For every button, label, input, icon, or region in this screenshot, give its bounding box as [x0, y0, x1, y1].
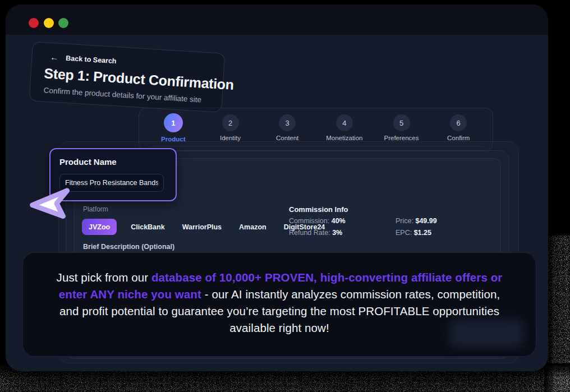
traffic-light-close-icon[interactable]	[29, 18, 39, 28]
callout-line: available right now!	[23, 320, 536, 336]
refund-rate-label: Refund Rate:	[289, 229, 332, 237]
step-circle: 5	[393, 114, 410, 131]
back-to-search-button[interactable]: ← Back to Search	[50, 52, 117, 66]
refund-rate-value: 3%	[332, 229, 342, 237]
platform-option-warriorplus[interactable]: WarriorPlus	[179, 219, 225, 235]
price-value: $49.99	[415, 217, 436, 225]
step-label: Identity	[220, 135, 241, 141]
window-titlebar	[6, 4, 548, 35]
commission-info-heading: Commission Info	[289, 205, 348, 214]
epc-row: EPC: $1.25	[396, 229, 431, 237]
traffic-light-zoom-icon[interactable]	[58, 18, 68, 28]
commission-rate-row: Commission: 40%	[289, 217, 346, 225]
brief-description-label: Brief Description (Optional)	[83, 243, 174, 251]
step-label: Content	[276, 135, 298, 141]
back-to-search-label: Back to Search	[66, 54, 117, 64]
callout-overlay: Just pick from our database of 10,000+ P…	[22, 252, 536, 357]
callout-line: Just pick from our database of 10,000+ P…	[23, 269, 536, 286]
platform-option-clickbank[interactable]: ClickBank	[127, 219, 168, 235]
epc-label: EPC:	[396, 229, 414, 237]
step-circle: 1	[164, 113, 183, 132]
stepper-progress-track	[149, 146, 484, 147]
step-label: Product	[161, 136, 185, 142]
platform-option-jvzoo[interactable]: JVZoo	[82, 219, 117, 235]
wizard-stepper: 1 Product 2 Identity 3 Content 4 Monetiz…	[139, 108, 493, 151]
step-label: Preferences	[384, 135, 419, 141]
product-name-heading: Product Name	[59, 157, 117, 167]
commission-rate-value: 40%	[332, 217, 346, 225]
step-label: Monetization	[326, 135, 362, 141]
step-content[interactable]: 3 Content	[259, 113, 316, 151]
price-row: Price: $49.99	[396, 217, 437, 225]
step-circle: 6	[450, 114, 467, 131]
price-label: Price:	[396, 217, 415, 225]
back-arrow-icon: ←	[50, 52, 59, 62]
refund-rate-row: Refund Rate: 3%	[289, 229, 342, 237]
step-circle: 3	[279, 114, 296, 131]
platform-option-amazon[interactable]: Amazon	[236, 219, 270, 235]
step-header-card: ← Back to Search Step 1: Product Confirm…	[29, 41, 226, 113]
callout-line: and profit potential to guarantee you’re…	[23, 303, 536, 320]
step-circle: 4	[336, 114, 353, 131]
callout-text: Just pick from our database of 10,000+ P…	[23, 269, 536, 336]
screenshot-stage: Platform JVZoo ClickBank WarriorPlus Ama…	[0, 0, 570, 392]
commission-rate-label: Commission:	[289, 217, 332, 225]
callout-line: enter ANY niche you want - our AI instan…	[23, 286, 536, 303]
step-confirm[interactable]: 6 Confirm	[430, 113, 487, 151]
epc-value: $1.25	[414, 229, 431, 237]
step-label: Confirm	[447, 135, 470, 141]
cursor-icon	[29, 186, 77, 222]
traffic-light-minimize-icon[interactable]	[44, 18, 54, 28]
step-monetization[interactable]: 4 Monetization	[316, 113, 373, 151]
step-product[interactable]: 1 Product	[145, 113, 202, 151]
step-preferences[interactable]: 5 Preferences	[373, 113, 430, 151]
step-circle: 2	[222, 114, 239, 131]
platform-label: Platform	[83, 205, 108, 213]
step-identity[interactable]: 2 Identity	[202, 113, 259, 151]
